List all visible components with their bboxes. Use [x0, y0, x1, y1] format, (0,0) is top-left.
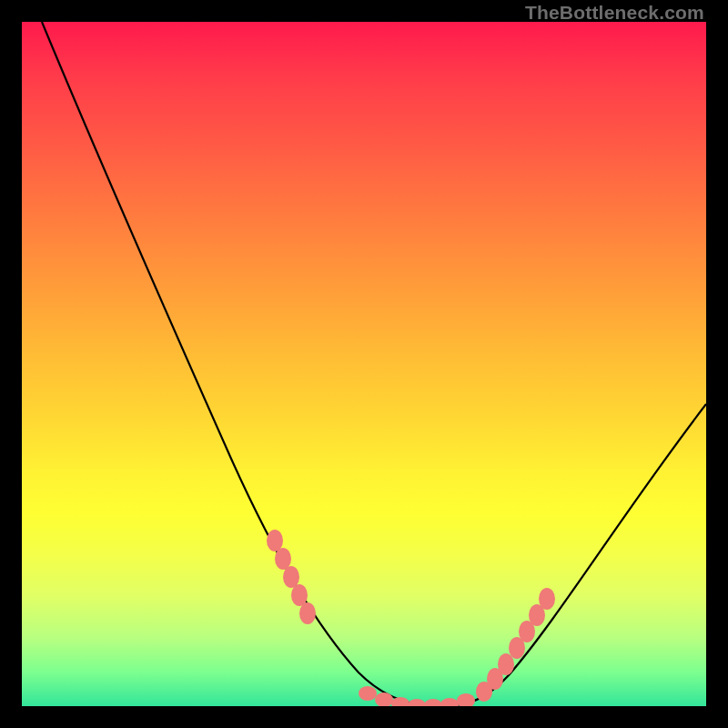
marker-group-left [267, 530, 316, 624]
chart-svg [22, 22, 706, 706]
svg-point-3 [291, 584, 308, 606]
watermark-text: TheBottleneck.com [525, 2, 704, 24]
svg-point-5 [359, 686, 377, 701]
svg-point-0 [267, 530, 283, 551]
marker-group-bottom [359, 686, 475, 706]
chart-frame [22, 22, 706, 706]
svg-point-9 [424, 699, 442, 706]
svg-point-4 [299, 602, 316, 624]
bottleneck-curve [42, 22, 706, 706]
svg-point-8 [408, 699, 426, 706]
svg-point-2 [283, 566, 299, 588]
svg-point-10 [440, 698, 459, 706]
svg-point-1 [275, 548, 291, 570]
svg-point-14 [498, 653, 514, 675]
svg-point-6 [375, 693, 393, 706]
svg-point-18 [539, 588, 555, 610]
svg-point-11 [457, 693, 475, 706]
marker-group-right [476, 588, 555, 702]
